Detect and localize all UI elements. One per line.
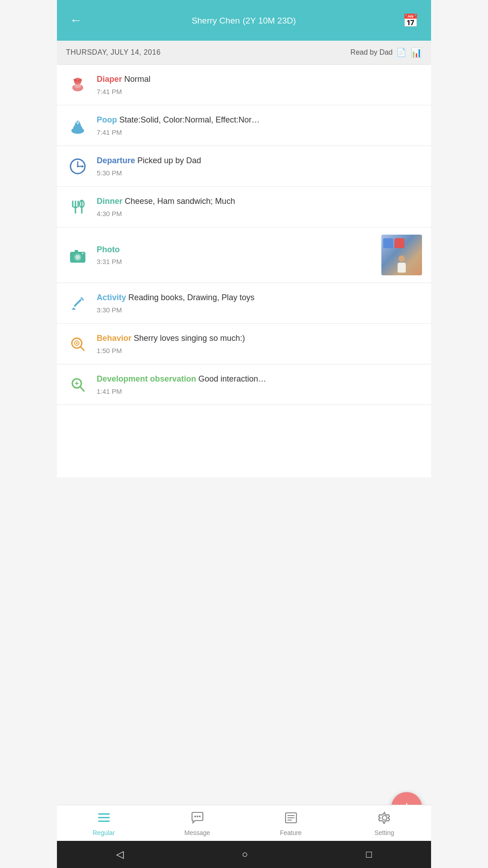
diaper-content: Diaper Normal 7:41 PM [97, 74, 422, 95]
android-navigation: ◁ ○ □ [57, 841, 431, 868]
activity-title: Activity Reading books, Drawing, Play to… [97, 292, 422, 303]
nav-setting[interactable]: Setting [338, 805, 431, 841]
svg-point-6 [74, 84, 81, 88]
poop-content: Poop State:Solid, Color:Normal, Effect:N… [97, 115, 422, 136]
svg-point-45 [199, 816, 201, 817]
svg-rect-27 [82, 253, 84, 254]
diaper-icon [66, 73, 89, 97]
page-title: Sherry Chen (2Y 10M 23D) [89, 14, 399, 26]
departure-content: Departure Picked up by Dad 5:30 PM [97, 156, 422, 176]
svg-point-35 [76, 342, 78, 344]
message-icon [191, 811, 204, 827]
behavior-title: Behavior Sherry loves singing so much:) [97, 333, 422, 344]
svg-rect-49 [287, 820, 292, 821]
departure-title: Departure Picked up by Dad [97, 156, 422, 166]
feed-item-poop[interactable]: Poop State:Solid, Color:Normal, Effect:N… [57, 105, 431, 146]
photo-title: Photo [97, 245, 376, 255]
date-bar: THURSDAY, JULY 14, 2016 Read by Dad 📄 📊 [57, 41, 431, 65]
regular-icon [97, 811, 111, 827]
feed-item-behavior[interactable]: Behavior Sherry loves singing so much:) … [57, 324, 431, 364]
svg-rect-41 [98, 817, 110, 818]
behavior-content: Behavior Sherry loves singing so much:) … [97, 333, 422, 354]
regular-label: Regular [93, 829, 115, 836]
diaper-title: Diaper Normal [97, 74, 422, 85]
svg-marker-17 [82, 165, 84, 168]
svg-point-43 [194, 816, 196, 817]
poop-title: Poop State:Solid, Color:Normal, Effect:N… [97, 115, 422, 125]
android-home[interactable]: ○ [242, 849, 248, 860]
message-label: Message [184, 829, 210, 836]
departure-icon [66, 155, 89, 178]
photo-time: 3:31 PM [97, 258, 376, 265]
feed-list: Diaper Normal 7:41 PM Poop State:Solid, … [57, 65, 431, 477]
nav-regular[interactable]: Regular [57, 805, 150, 841]
feed-item-dinner[interactable]: Dinner Cheese, Ham sandwich; Much 4:30 P… [57, 187, 431, 227]
nav-feature[interactable]: Feature [244, 805, 338, 841]
poop-icon [66, 114, 89, 137]
svg-rect-48 [287, 817, 295, 818]
feed-item-photo[interactable]: Photo 3:31 PM [57, 227, 431, 283]
feed-item-development[interactable]: Development observation Good interaction… [57, 364, 431, 405]
dinner-icon [66, 195, 89, 219]
back-button[interactable]: ← [66, 9, 89, 31]
departure-time: 5:30 PM [97, 169, 422, 177]
app-header: ← Sherry Chen (2Y 10M 23D) 📅 [57, 0, 431, 41]
diaper-time: 7:41 PM [97, 88, 422, 95]
feed-item-activity[interactable]: Activity Reading books, Drawing, Play to… [57, 283, 431, 324]
calendar-icon[interactable]: 📅 [399, 9, 422, 32]
poop-time: 7:41 PM [97, 128, 422, 136]
svg-point-50 [382, 816, 387, 820]
feed-item-diaper[interactable]: Diaper Normal 7:41 PM [57, 65, 431, 105]
svg-line-34 [80, 347, 84, 350]
document-icon: 📄 [396, 47, 406, 57]
feature-icon [284, 811, 298, 827]
camera-icon [66, 243, 89, 267]
android-back[interactable]: ◁ [116, 849, 124, 860]
svg-rect-47 [287, 815, 295, 816]
dinner-content: Dinner Cheese, Ham sandwich; Much 4:30 P… [97, 196, 422, 217]
development-content: Development observation Good interaction… [97, 374, 422, 395]
setting-label: Setting [375, 829, 394, 836]
svg-point-12 [78, 121, 80, 123]
feed-item-departure[interactable]: Departure Picked up by Dad 5:30 PM [57, 146, 431, 187]
photo-thumbnail[interactable] [381, 235, 422, 275]
child-name: Sherry Chen [192, 16, 240, 25]
android-recents[interactable]: □ [366, 849, 372, 860]
photo-content: Photo 3:31 PM [97, 245, 376, 265]
behavior-time: 1:50 PM [97, 347, 422, 354]
activity-icon [66, 292, 89, 315]
svg-rect-29 [74, 298, 82, 307]
read-by-dad[interactable]: Read by Dad 📄 [351, 47, 406, 57]
read-by-dad-label: Read by Dad [351, 48, 393, 57]
setting-icon [378, 811, 391, 827]
dinner-time: 4:30 PM [97, 210, 422, 217]
svg-point-44 [197, 816, 198, 817]
behavior-icon [66, 332, 89, 356]
svg-rect-26 [75, 250, 78, 252]
feature-label: Feature [280, 829, 301, 836]
activity-time: 3:30 PM [97, 306, 422, 314]
nav-message[interactable]: Message [150, 805, 244, 841]
activity-content: Activity Reading books, Drawing, Play to… [97, 292, 422, 313]
svg-point-25 [75, 255, 80, 259]
bottom-navigation: Regular Message Feature [57, 805, 431, 841]
svg-point-11 [76, 121, 78, 123]
dinner-title: Dinner Cheese, Ham sandwich; Much [97, 196, 422, 207]
chart-icon[interactable]: 📊 [411, 47, 422, 58]
date-text: THURSDAY, JULY 14, 2016 [66, 48, 351, 57]
svg-rect-42 [98, 821, 110, 822]
svg-line-37 [80, 387, 84, 391]
development-title: Development observation Good interaction… [97, 374, 422, 384]
development-time: 1:41 PM [97, 387, 422, 395]
svg-point-10 [75, 121, 80, 125]
development-icon [66, 373, 89, 396]
svg-rect-40 [98, 813, 110, 815]
child-age: (2Y 10M 23D) [243, 16, 296, 25]
